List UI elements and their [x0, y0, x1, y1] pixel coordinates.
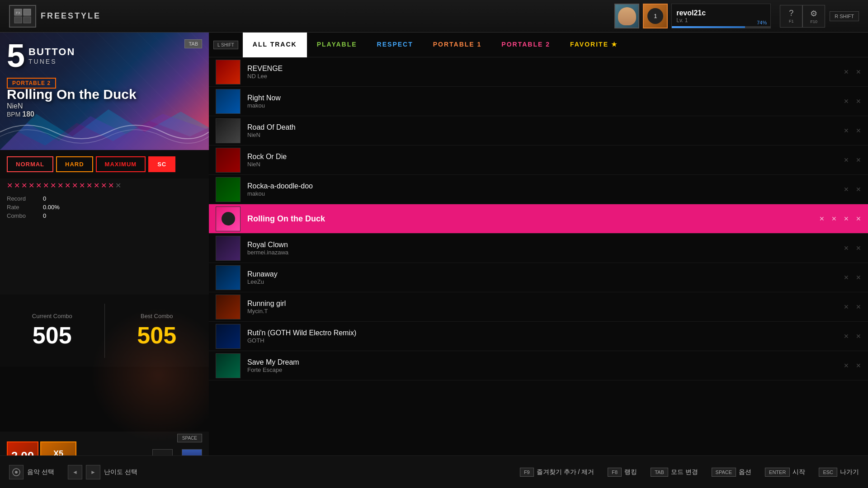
track-info-royal: Royal Clown bermei.inazawa: [247, 241, 844, 256]
track-info-runaway: Runaway LeeZu: [247, 270, 844, 285]
track-x1-rightnow[interactable]: ✕: [844, 98, 849, 105]
tab-favorite[interactable]: FAVORITE ★: [560, 33, 628, 57]
track-x2-rocka[interactable]: ✕: [856, 186, 861, 193]
best-combo-section: Best Combo 505: [105, 295, 209, 367]
track-x1-rockordie[interactable]: ✕: [844, 156, 849, 164]
track-x1-running[interactable]: ✕: [844, 303, 849, 310]
song-title: Rolling On the Duck: [7, 87, 137, 102]
esc-badge[interactable]: ESC: [819, 468, 837, 477]
tab-portable1[interactable]: PORTABLE 1: [423, 33, 492, 57]
tab-portable2[interactable]: PORTABLE 2: [491, 33, 560, 57]
star-13: ✕: [94, 181, 99, 190]
track-x1-save[interactable]: ✕: [844, 362, 849, 369]
track-actions-roadofdeath: ✕ ✕: [844, 127, 861, 134]
lshift-btn[interactable]: L SHIFT: [213, 41, 238, 49]
track-actions-revenge: ✕ ✕: [844, 68, 861, 75]
track-item-running[interactable]: Running girl Mycin.T ✕ ✕: [209, 292, 868, 322]
star-1: ✕: [7, 181, 13, 190]
user-panel: 1 revol21c Lv. 1 74%: [614, 4, 771, 28]
f10-button[interactable]: ⚙ F10: [802, 5, 825, 28]
difficulty-item: ◄ ► 난이도 선택: [68, 465, 137, 479]
track-info-rocka: Rocka-a-doodle-doo makou: [247, 182, 844, 197]
rate-value: 0.00%: [43, 204, 202, 211]
user-info: revol21c Lv. 1 74%: [671, 4, 771, 28]
track-thumb-ruti: [216, 324, 241, 349]
track-item-royal[interactable]: Royal Clown bermei.inazawa ✕ ✕: [209, 234, 868, 263]
track-item-rightnow[interactable]: Right Now makou ✕ ✕: [209, 87, 868, 116]
tunes-text: TUNES: [28, 58, 75, 65]
best-combo-value: 505: [137, 322, 176, 349]
track-name-rockordie: Rock Or Die: [247, 153, 844, 161]
track-x2-royal[interactable]: ✕: [856, 244, 861, 252]
track-x2-roadofdeath[interactable]: ✕: [856, 127, 861, 134]
track-name-runaway: Runaway: [247, 270, 844, 278]
song-bpm: BPM 180: [7, 110, 137, 118]
enter-badge[interactable]: ENTER: [765, 468, 790, 477]
track-x1-revenge[interactable]: ✕: [844, 68, 849, 75]
diff-sc-btn[interactable]: SC: [148, 156, 175, 172]
track-actions-rightnow: ✕ ✕: [844, 98, 861, 105]
track-actions-save: ✕ ✕: [844, 362, 861, 369]
exit-label: 나가기: [840, 468, 859, 476]
track-info-ruti: Ruti'n (GOTH Wild Electro Remix) GOTH: [247, 329, 844, 344]
current-combo-label: Current Combo: [32, 313, 72, 319]
track-thumb-rocka: [216, 177, 241, 202]
username: revol21c: [676, 9, 766, 17]
bottom-bar: 음악 선택 ◄ ► 난이도 선택 F9 즐겨찾기 추가 / 제거 F8 랭킹 T…: [0, 455, 868, 488]
track-item-rocka[interactable]: Rocka-a-doodle-doo makou ✕ ✕: [209, 175, 868, 204]
record-label: Record: [7, 195, 43, 202]
diff-normal-btn[interactable]: NORMAL: [7, 156, 53, 172]
track-item-roadofdeath[interactable]: Road Of Death NieN ✕ ✕: [209, 116, 868, 145]
track-x2-save[interactable]: ✕: [856, 362, 861, 369]
current-combo-section: Current Combo 505: [0, 295, 104, 367]
track-x2-rolling[interactable]: ✕: [831, 215, 837, 222]
track-item-runaway[interactable]: Runaway LeeZu ✕ ✕: [209, 263, 868, 292]
song-title-area: Rolling On the Duck NieN BPM 180: [7, 87, 137, 118]
mode-label: FREESTYLE: [41, 11, 101, 21]
diff-hard-btn[interactable]: HARD: [56, 156, 93, 172]
rshift-btn[interactable]: R SHIFT: [830, 11, 859, 21]
diff-maximum-btn[interactable]: MAXIMUM: [96, 156, 146, 172]
f1-button[interactable]: ? F1: [780, 5, 802, 28]
track-item-ruti[interactable]: Ruti'n (GOTH Wild Electro Remix) GOTH ✕ …: [209, 322, 868, 351]
track-x2-ruti[interactable]: ✕: [856, 333, 861, 340]
track-item-rolling[interactable]: Rolling On the Duck ✕ ✕ ✕✕: [209, 204, 868, 234]
tab-badge-bottom[interactable]: TAB: [651, 468, 668, 477]
track-name-running: Running girl: [247, 300, 844, 308]
track-x1-rocka[interactable]: ✕: [844, 186, 849, 193]
track-x4-rolling[interactable]: ✕: [856, 215, 861, 222]
track-x3-rolling[interactable]: ✕: [844, 215, 849, 222]
space-btn[interactable]: SPACE: [177, 434, 202, 442]
track-info-save: Save My Dream Forte Escape: [247, 358, 844, 373]
track-thumb-rolling: [216, 206, 241, 231]
track-x2-running[interactable]: ✕: [856, 303, 861, 310]
star-2: ✕: [14, 181, 20, 190]
track-x2-runaway[interactable]: ✕: [856, 274, 861, 281]
tab-respect[interactable]: RESPECT: [367, 33, 423, 57]
track-x1-roadofdeath[interactable]: ✕: [844, 127, 849, 134]
track-artist-running: Mycin.T: [247, 308, 844, 314]
track-x2-rightnow[interactable]: ✕: [856, 98, 861, 105]
difficulty-icon-right: ►: [86, 465, 100, 479]
track-item-rockordie[interactable]: Rock Or Die NieN ✕ ✕: [209, 145, 868, 175]
track-item-save[interactable]: Save My Dream Forte Escape ✕ ✕: [209, 351, 868, 380]
tab-playable[interactable]: PLAYABLE: [307, 33, 367, 57]
track-actions-runaway: ✕ ✕: [844, 274, 861, 281]
tab-badge: TAB: [184, 39, 202, 48]
track-item-revenge[interactable]: REVENGE ND Lee ✕ ✕: [209, 57, 868, 87]
track-x1-ruti[interactable]: ✕: [844, 333, 849, 340]
track-x1-rolling[interactable]: ✕: [819, 215, 825, 222]
track-artist-rocka: makou: [247, 190, 844, 197]
track-x1-runaway[interactable]: ✕: [844, 274, 849, 281]
header: FX FREESTYLE 1 revol21c Lv. 1 74% ? F1 ⚙…: [0, 0, 868, 33]
track-x2-revenge[interactable]: ✕: [856, 68, 861, 75]
current-combo-value: 505: [33, 322, 72, 349]
track-thumb-roadofdeath: [216, 118, 241, 143]
space-badge[interactable]: SPACE: [712, 468, 736, 477]
tab-all-track[interactable]: ALL TRACK: [243, 33, 307, 57]
f8-badge[interactable]: F8: [608, 468, 622, 477]
track-x1-royal[interactable]: ✕: [844, 244, 849, 252]
track-x2-rockordie[interactable]: ✕: [856, 156, 861, 164]
track-thumb-runaway: [216, 265, 241, 290]
f9-badge[interactable]: F9: [520, 468, 534, 477]
